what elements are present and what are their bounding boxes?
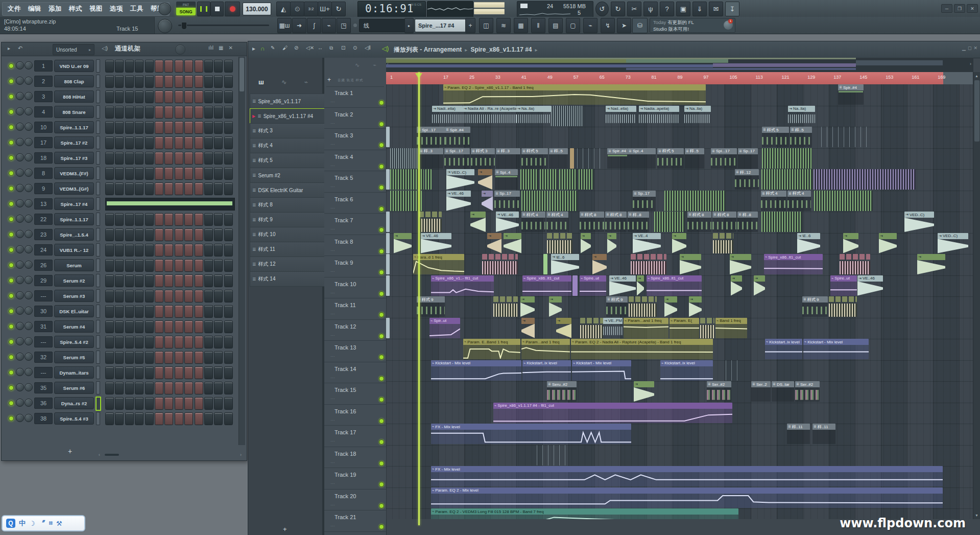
step-cell[interactable]: [184, 412, 193, 425]
track-header[interactable]: Track 4⋯: [324, 150, 386, 172]
step-cell[interactable]: [135, 136, 144, 149]
playlist-lane[interactable]: ⌁Param. E..Band 1 freq⌁Param...and 1 fre…: [386, 339, 973, 361]
step-cell[interactable]: [105, 366, 114, 379]
step-cell[interactable]: [175, 152, 183, 165]
channel-led[interactable]: [9, 339, 14, 344]
step-cell[interactable]: [155, 60, 163, 73]
step-cell[interactable]: [195, 397, 203, 410]
playlist-clip[interactable]: ⇥: [394, 233, 412, 253]
channel-name-button[interactable]: Dyna..rs #2: [54, 397, 94, 409]
playlist-clip[interactable]: [572, 275, 578, 296]
step-cell[interactable]: [164, 75, 173, 88]
channel-volume-knob[interactable]: [25, 307, 33, 315]
step-cell[interactable]: [195, 121, 203, 134]
channel-led[interactable]: [9, 247, 14, 252]
step-cell[interactable]: [164, 305, 173, 318]
step-cell[interactable]: [204, 274, 213, 287]
track-mute-led[interactable]: [379, 503, 384, 508]
graph-editor-icon[interactable]: ılıl: [208, 45, 213, 51]
step-cell[interactable]: [164, 136, 173, 149]
step-cell[interactable]: [105, 75, 114, 88]
track-mute-led[interactable]: [379, 439, 384, 445]
channel-name-button[interactable]: 808 Clap: [54, 75, 94, 87]
pattern-prev-button[interactable]: ▸: [404, 18, 414, 33]
channel-pan-knob[interactable]: [16, 61, 24, 69]
step-cell[interactable]: [155, 213, 163, 226]
playlist-clip[interactable]: ≣样..5: [549, 148, 568, 169]
picker-audio-tab[interactable]: ∿: [281, 78, 287, 86]
step-cell[interactable]: [175, 90, 183, 103]
playlist-clip[interactable]: ⇥: [634, 381, 654, 402]
channel-selector[interactable]: [96, 228, 100, 241]
playlist-clip[interactable]: [390, 191, 422, 211]
step-cell[interactable]: [195, 167, 203, 180]
add-channel-button[interactable]: +: [68, 447, 72, 455]
track-header[interactable]: Track 15⋯: [324, 383, 386, 405]
step-cell[interactable]: [155, 412, 163, 425]
playlist-clip[interactable]: ⌁Band 1 freq: [715, 318, 747, 338]
channel-number[interactable]: 36: [34, 398, 53, 409]
playlist-clip[interactable]: ⇥Nad..ella): [606, 106, 636, 126]
channel-selector[interactable]: [96, 381, 100, 394]
step-cell[interactable]: [175, 397, 183, 410]
channel-selector[interactable]: [96, 121, 100, 134]
playlist-clip[interactable]: ⇥VE..46: [446, 191, 471, 211]
playlist-clip[interactable]: ≣样..8: [737, 212, 758, 232]
channel-led[interactable]: [9, 109, 14, 114]
playlist-clip[interactable]: [482, 254, 518, 274]
track-name[interactable]: Track 15: [334, 387, 356, 393]
picker-item[interactable]: ≣样式 14: [250, 271, 325, 287]
step-cell[interactable]: [164, 244, 173, 257]
step-cell[interactable]: [105, 351, 114, 364]
track-mute-led[interactable]: [379, 482, 384, 487]
loop-record-button[interactable]: ↻: [331, 2, 346, 16]
step-cell[interactable]: [175, 320, 183, 333]
channel-volume-knob[interactable]: [25, 92, 33, 100]
step-cell[interactable]: [155, 274, 163, 287]
playlist-clip[interactable]: ≣样式 9: [417, 296, 445, 317]
playlist-lane[interactable]: ⇥VE..46⇥≣Sp..17≣Sp..17≣样式 4≣样式 4: [386, 191, 973, 213]
playlist-clip[interactable]: ≣Ser..#2: [795, 381, 820, 402]
step-cell[interactable]: [135, 397, 144, 410]
channel-pan-knob[interactable]: [16, 261, 24, 269]
step-cell[interactable]: [115, 351, 124, 364]
channel-led[interactable]: [9, 355, 14, 360]
step-cell[interactable]: [115, 305, 124, 318]
step-cell[interactable]: [204, 136, 213, 149]
channel-number[interactable]: 30: [34, 306, 53, 317]
track-header[interactable]: Track 16⋯: [324, 405, 386, 426]
step-cell[interactable]: [115, 397, 124, 410]
step-cell[interactable]: [184, 320, 193, 333]
playback-tool-icon[interactable]: ◁‖: [365, 45, 371, 51]
step-cell[interactable]: [204, 244, 213, 257]
playlist-clip[interactable]: ≣样式 4: [761, 191, 786, 211]
track-grip[interactable]: ⋯: [330, 481, 334, 486]
step-cell[interactable]: [125, 228, 134, 241]
step-cell[interactable]: [145, 121, 154, 134]
channel-volume-knob[interactable]: [25, 399, 33, 407]
channel-led[interactable]: [9, 171, 14, 176]
step-cell[interactable]: [224, 366, 233, 379]
playlist-clip[interactable]: [493, 296, 518, 317]
close-button[interactable]: ✕: [967, 4, 978, 13]
step-cell[interactable]: [155, 244, 163, 257]
playlist-clip[interactable]: [549, 191, 578, 211]
channel-selector[interactable]: [96, 289, 100, 303]
track-name[interactable]: Track 13: [334, 344, 356, 351]
playlist-lane[interactable]: ⌁FX - Mix level≣样..11≣样..11: [386, 424, 973, 446]
track-grip[interactable]: ⋯: [330, 397, 334, 401]
step-cell[interactable]: [125, 136, 134, 149]
mixer-toggle[interactable]: ⫴: [531, 18, 545, 33]
step-cell[interactable]: [195, 136, 203, 149]
step-cell[interactable]: [115, 366, 124, 379]
menu-item-视图[interactable]: 视图: [89, 5, 103, 13]
step-cell[interactable]: [135, 167, 144, 180]
playlist-clip[interactable]: ⇥: [672, 233, 686, 253]
track-header[interactable]: Track 17⋯: [324, 426, 386, 447]
step-cell[interactable]: [224, 382, 233, 394]
channel-selector[interactable]: [96, 335, 100, 348]
step-cell[interactable]: [115, 244, 124, 257]
step-cell[interactable]: [204, 366, 213, 379]
step-cell[interactable]: [115, 167, 124, 180]
track-header[interactable]: Track 14⋯: [324, 362, 386, 384]
